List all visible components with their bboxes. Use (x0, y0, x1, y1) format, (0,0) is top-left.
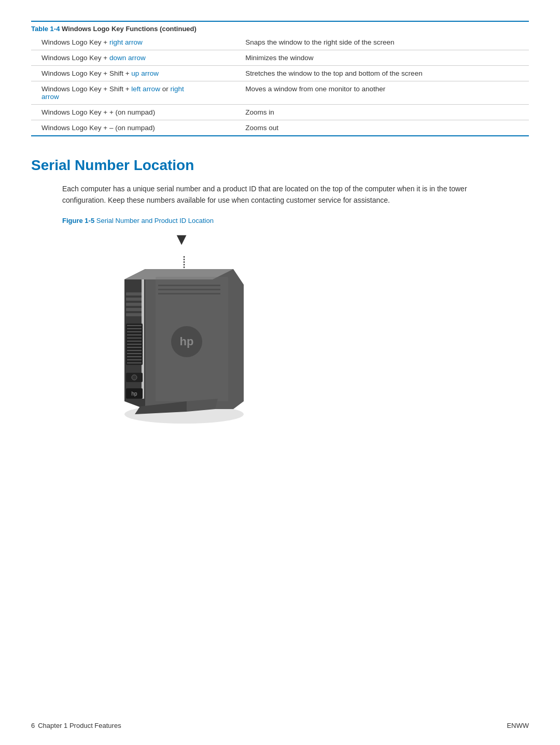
svg-rect-17 (127, 344, 142, 345)
table-cell-desc: Snaps the window to the right side of th… (240, 35, 529, 50)
svg-rect-4 (126, 292, 143, 296)
up-arrow-link[interactable]: up arrow (131, 69, 159, 77)
table-cell-desc: Zooms out (240, 120, 529, 136)
table-cell-desc: Moves a window from one monitor to anoth… (240, 81, 529, 105)
svg-point-25 (132, 375, 137, 380)
table-row: Windows Logo Key + Shift + up arrow Stre… (31, 66, 529, 81)
footer-chapter: Chapter 1 Product Features (38, 722, 121, 729)
tower-computer-image: hp hp (83, 248, 270, 425)
svg-rect-31 (158, 293, 220, 294)
svg-rect-21 (127, 356, 142, 357)
svg-rect-19 (127, 350, 142, 351)
svg-rect-16 (127, 341, 142, 342)
svg-rect-15 (127, 338, 142, 339)
svg-rect-14 (127, 334, 142, 335)
table-section: Table 1-4 Windows Logo Key Functions (co… (31, 21, 529, 136)
svg-rect-5 (126, 298, 143, 301)
svg-rect-20 (127, 353, 142, 354)
left-arrow-link[interactable]: left arrow (131, 85, 160, 93)
right-arrow-link[interactable]: right arrow (109, 38, 143, 46)
table-row: Windows Logo Key + down arrow Minimizes … (31, 50, 529, 66)
svg-rect-30 (158, 289, 220, 290)
svg-rect-6 (126, 303, 143, 306)
svg-rect-13 (127, 331, 142, 332)
table-title-text: Windows Logo Key Functions (continued) (60, 25, 196, 33)
svg-rect-29 (158, 285, 220, 286)
page-footer: 6 Chapter 1 Product Features ENWW (31, 722, 529, 729)
table-row: Windows Logo Key + – (on numpad) Zooms o… (31, 120, 529, 136)
svg-rect-8 (126, 313, 143, 316)
table-row: Windows Logo Key + + (on numpad) Zooms i… (31, 105, 529, 120)
svg-rect-7 (126, 308, 143, 311)
footer-locale: ENWW (507, 722, 529, 729)
down-arrow-link[interactable]: down arrow (109, 54, 146, 62)
figure-container: ▼ (83, 231, 280, 426)
table-cell-key: Windows Logo Key + Shift + left arrow or… (31, 81, 240, 105)
figure-caption-text: Serial Number and Product ID Location (94, 217, 214, 224)
table-cell-key: Windows Logo Key + – (on numpad) (31, 120, 240, 136)
svg-text:hp: hp (180, 335, 194, 348)
table-cell-key: Windows Logo Key + Shift + up arrow (31, 66, 240, 81)
footer-left: 6 Chapter 1 Product Features (31, 722, 121, 729)
table-number: Table 1-4 (31, 25, 60, 33)
section-heading: Serial Number Location (31, 157, 529, 174)
down-arrow-indicator: ▼ (83, 231, 280, 247)
svg-rect-22 (127, 359, 142, 360)
windows-logo-key-table: Windows Logo Key + right arrow Snaps the… (31, 35, 529, 136)
svg-rect-23 (127, 362, 142, 363)
table-row: Windows Logo Key + Shift + left arrow or… (31, 81, 529, 105)
table-cell-desc: Zooms in (240, 105, 529, 120)
figure-caption: Figure 1-5 Serial Number and Product ID … (62, 217, 529, 224)
table-cell-key: Windows Logo Key + down arrow (31, 50, 240, 66)
serial-number-section: Serial Number Location Each computer has… (31, 157, 529, 426)
page-number: 6 (31, 722, 35, 729)
table-cell-desc: Minimizes the window (240, 50, 529, 66)
table-cell-key: Windows Logo Key + + (on numpad) (31, 105, 240, 120)
right-arrow-link2[interactable]: rightarrow (41, 85, 184, 101)
svg-rect-12 (127, 328, 142, 329)
table-cell-key: Windows Logo Key + right arrow (31, 35, 240, 50)
table-row: Windows Logo Key + right arrow Snaps the… (31, 35, 529, 50)
section-body-text: Each computer has a unique serial number… (62, 183, 487, 206)
table-title: Table 1-4 Windows Logo Key Functions (co… (31, 21, 529, 35)
table-cell-desc: Stretches the window to the top and bott… (240, 66, 529, 81)
svg-rect-11 (127, 325, 142, 326)
figure-label: Figure 1-5 (62, 217, 94, 224)
svg-rect-18 (127, 347, 142, 348)
svg-text:hp: hp (131, 391, 137, 397)
